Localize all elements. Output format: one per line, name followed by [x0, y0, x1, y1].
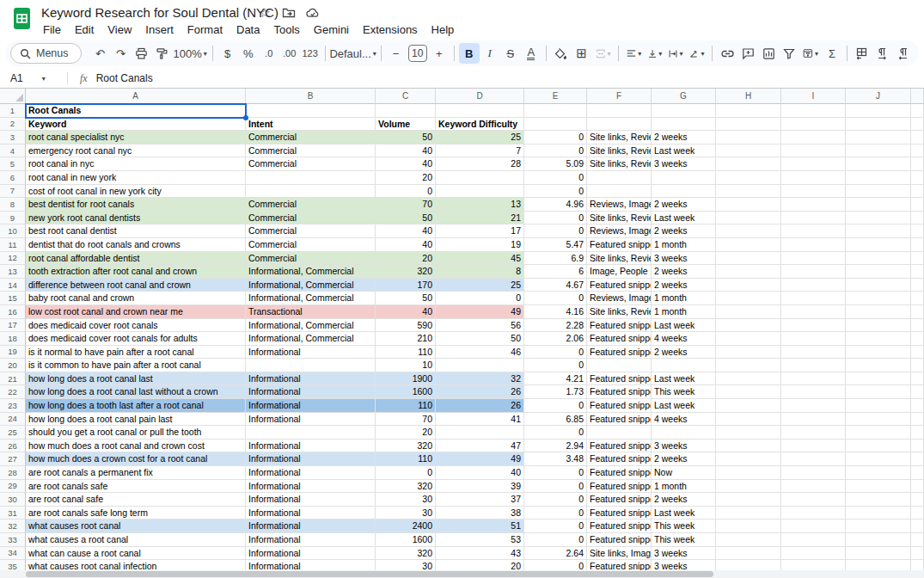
fill-color-button[interactable] [551, 43, 572, 64]
cell[interactable]: 19 [436, 238, 524, 252]
column-header-H[interactable]: H [716, 89, 781, 104]
cell[interactable]: 320 [376, 547, 436, 561]
cell[interactable] [911, 144, 924, 158]
cell[interactable] [911, 480, 924, 494]
cell[interactable]: Informational [246, 346, 376, 360]
cell[interactable] [652, 104, 716, 118]
cell[interactable] [911, 224, 924, 238]
cell[interactable]: 46 [436, 346, 524, 360]
cell[interactable] [716, 440, 781, 453]
cell[interactable]: Informational [246, 413, 376, 427]
cell[interactable]: how long does a tooth last after a root … [26, 399, 246, 413]
cell[interactable]: dentist that do root canals and crowns [26, 238, 246, 252]
menu-file[interactable]: File [36, 22, 68, 37]
cell[interactable]: difference between root canal and crown [26, 279, 246, 292]
cell[interactable]: Root Canals [26, 104, 246, 118]
row-header-31[interactable]: 31 [0, 507, 26, 520]
cell[interactable]: Last week [652, 212, 716, 225]
cell[interactable]: 0 [524, 171, 587, 185]
cell[interactable]: 590 [376, 319, 436, 333]
cell[interactable] [716, 171, 781, 185]
cell[interactable]: 0 [524, 533, 587, 547]
cell[interactable] [781, 265, 846, 279]
menu-help[interactable]: Help [425, 22, 462, 37]
cell[interactable]: 25 [436, 131, 524, 144]
cell[interactable]: Informational, Commercial [246, 292, 376, 305]
cell[interactable] [781, 399, 846, 413]
cell[interactable]: 1 month [652, 238, 716, 252]
cell[interactable]: Keyword [26, 118, 246, 132]
cell[interactable]: 49 [436, 305, 524, 319]
cell[interactable]: cost of root canal in new york city [26, 185, 246, 199]
cell[interactable] [846, 292, 911, 305]
cell[interactable] [846, 426, 911, 440]
cell[interactable]: does medicaid cover root canals [26, 319, 246, 333]
cell[interactable]: Informational [246, 452, 376, 466]
cell[interactable] [911, 359, 924, 372]
cell[interactable] [652, 171, 716, 185]
cell[interactable]: 2.06 [524, 332, 587, 346]
cell[interactable] [846, 212, 911, 225]
cell[interactable] [911, 292, 924, 305]
cell[interactable]: Featured snippe [587, 413, 652, 427]
cell[interactable] [846, 265, 911, 279]
menu-extensions[interactable]: Extensions [356, 22, 425, 37]
paint-format-button[interactable] [152, 43, 173, 64]
cell[interactable] [716, 426, 781, 440]
cell[interactable]: Featured snippe [587, 399, 652, 413]
cell[interactable]: 1 month [652, 305, 716, 319]
cell[interactable]: 4 weeks [652, 413, 716, 427]
cloud-saved-icon[interactable] [306, 6, 320, 20]
text-direction-rtl-button[interactable] [893, 43, 914, 64]
cell[interactable]: 28 [436, 157, 524, 171]
cell[interactable] [781, 157, 846, 171]
cell[interactable] [781, 520, 846, 533]
cell[interactable] [911, 533, 924, 547]
cell[interactable]: are root canal safe [26, 493, 246, 507]
cell[interactable]: 320 [376, 480, 436, 494]
cell[interactable] [524, 104, 587, 118]
cell[interactable]: Commercial [246, 224, 376, 238]
cell[interactable] [781, 547, 846, 561]
menu-edit[interactable]: Edit [68, 22, 101, 37]
cell[interactable]: 20 [376, 171, 436, 185]
cell[interactable] [846, 493, 911, 507]
cell[interactable] [716, 480, 781, 494]
cell[interactable] [781, 238, 846, 252]
cell[interactable]: new york root canal dentists [26, 212, 246, 225]
functions-button[interactable]: Σ [822, 43, 842, 64]
row-header-7[interactable]: 7 [0, 185, 26, 199]
cell[interactable]: 0 [524, 212, 587, 225]
cell[interactable] [911, 252, 924, 266]
increase-decimal-button[interactable]: .00 [279, 43, 300, 64]
cell[interactable] [716, 507, 781, 520]
cell[interactable]: Keyword Difficulty [436, 118, 524, 132]
cell[interactable]: Featured snippe [587, 319, 652, 333]
cell[interactable] [716, 413, 781, 427]
cell[interactable]: 210 [376, 332, 436, 346]
cell[interactable]: Last week [652, 144, 716, 158]
cell[interactable]: 110 [376, 399, 436, 413]
row-header-6[interactable]: 6 [0, 171, 26, 185]
zoom-select[interactable]: 100%▾ [173, 43, 208, 64]
cell[interactable]: 3.48 [524, 452, 587, 466]
select-all-corner[interactable] [0, 89, 26, 104]
cell[interactable] [781, 385, 846, 399]
cell[interactable] [846, 359, 911, 372]
merge-cells-button[interactable]: ▾ [592, 43, 615, 64]
create-filter-button[interactable] [779, 43, 799, 64]
cell[interactable] [911, 440, 924, 453]
cell[interactable] [781, 279, 846, 292]
cell[interactable] [846, 198, 911, 212]
cell[interactable] [846, 507, 911, 520]
cell[interactable] [911, 212, 924, 225]
cell[interactable]: 110 [376, 346, 436, 360]
cell[interactable]: Informational [246, 507, 376, 520]
row-header-28[interactable]: 28 [0, 466, 26, 480]
cell[interactable]: 40 [436, 466, 524, 480]
cell[interactable]: Commercial [246, 144, 376, 158]
cell[interactable] [376, 104, 436, 118]
cell[interactable]: Informational [246, 547, 376, 561]
cell[interactable]: are root canals safe [26, 480, 246, 494]
cell[interactable]: 3 weeks [652, 440, 716, 453]
